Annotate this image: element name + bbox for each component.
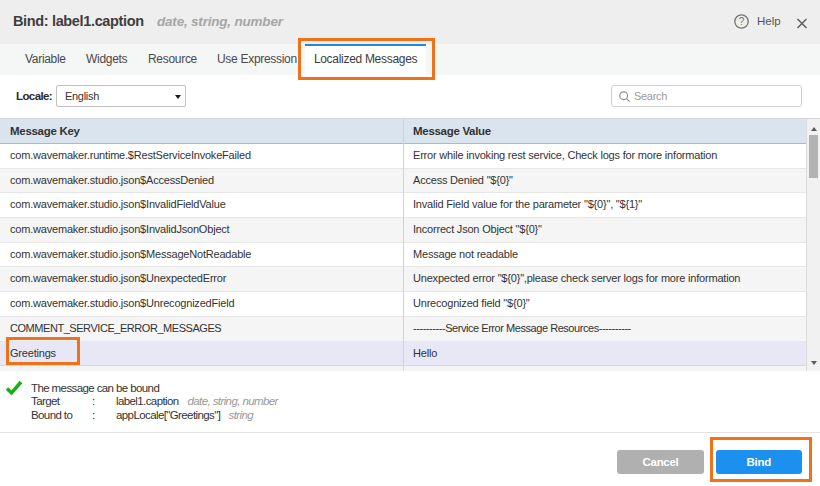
svg-text:?: ? [739, 16, 745, 27]
